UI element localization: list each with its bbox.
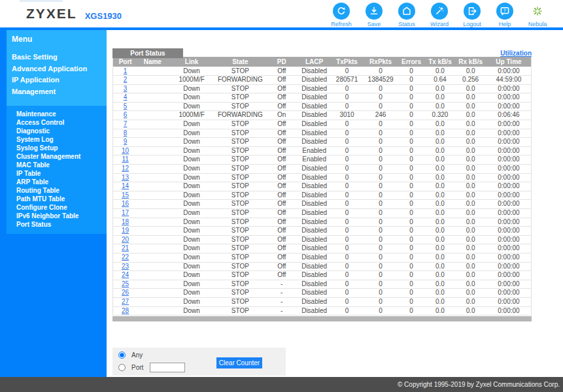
port-link[interactable]: 27 <box>122 298 129 305</box>
any-radio-label: Any <box>131 351 147 359</box>
port-link[interactable]: 7 <box>124 120 128 127</box>
save-icon <box>366 3 383 20</box>
tab-port-status[interactable]: Port Status <box>112 48 183 58</box>
footer: © Copyright 1995-2019 by Zyxel Communica… <box>0 377 563 392</box>
sidebar-item-basic-setting[interactable]: Basic Setting <box>12 52 107 63</box>
sidebar-subitem-syslog-setup[interactable]: Syslog Setup <box>16 144 107 152</box>
port-link[interactable]: 2 <box>124 76 128 83</box>
sidebar-subitem-access-control[interactable]: Access Control <box>16 118 107 127</box>
port-link[interactable]: 3 <box>124 85 128 92</box>
table-row: 22DownSTOPOffDisabled0000.00.00:00:00 <box>113 253 532 262</box>
table-row: 12DownSTOPOffDisabled0000.00.00:00:00 <box>113 165 532 174</box>
port-link[interactable]: 15 <box>122 191 129 199</box>
port-link[interactable]: 26 <box>122 289 129 296</box>
table-row: 11DownSTOPOffEnabled0000.00.00:00:00 <box>113 155 532 165</box>
sidebar-subitem-system-log[interactable]: System Log <box>16 135 107 144</box>
sidebar-subitem-ip-table[interactable]: IP Table <box>16 169 107 178</box>
column-header-pd: PD <box>265 57 299 67</box>
column-header-txpkts: TxPkts <box>330 57 364 67</box>
table-row: 10DownSTOPOffEnabled0000.00.00:00:00 <box>113 146 532 155</box>
table-scrollbar[interactable] <box>112 316 532 321</box>
port-radio-row: Port <box>118 363 185 372</box>
column-header-link: Link <box>167 57 216 67</box>
port-link[interactable]: 10 <box>122 147 129 154</box>
table-row: 13DownSTOPOffDisabled0000.00.00:00:00 <box>113 173 532 182</box>
table-row: 9DownSTOPOffDisabled0000.00.00:00:00 <box>113 138 532 147</box>
port-link[interactable]: 12 <box>122 165 129 172</box>
sidebar-subitem-configure-clone[interactable]: Configure Clone <box>16 203 107 212</box>
port-input[interactable] <box>150 363 185 372</box>
column-header-rxpkts: RxPkts <box>364 57 397 67</box>
logout-button[interactable]: Logout <box>456 1 488 27</box>
nebula-button[interactable]: Nebula <box>521 1 554 27</box>
port-link[interactable]: 19 <box>122 227 129 234</box>
sidebar: Menu Basic SettingAdvanced ApplicationIP… <box>0 30 107 377</box>
sidebar-subitem-cluster-management[interactable]: Cluster Management <box>16 152 107 161</box>
port-link[interactable]: 21 <box>122 244 129 252</box>
port-radio-label: Port <box>131 364 147 371</box>
port-link[interactable]: 23 <box>122 263 129 270</box>
table-row: 21DownSTOPOffDisabled0000.00.00:00:00 <box>113 244 532 253</box>
port-link[interactable]: 18 <box>122 218 129 225</box>
port-link[interactable]: 6 <box>124 111 128 118</box>
column-header-name: Name <box>137 57 167 67</box>
port-link[interactable]: 17 <box>122 209 129 216</box>
sidebar-subitem-ipv6-neighbor-table[interactable]: IPv6 Neighbor Table <box>16 212 107 220</box>
port-link[interactable]: 20 <box>122 236 129 243</box>
any-radio[interactable] <box>118 351 126 359</box>
port-link[interactable]: 4 <box>124 93 128 101</box>
sidebar-item-ip-application[interactable]: IP Application <box>12 74 107 86</box>
port-link[interactable]: 25 <box>122 280 129 287</box>
port-radio[interactable] <box>118 364 126 371</box>
port-link[interactable]: 24 <box>122 271 129 278</box>
port-link[interactable]: 28 <box>122 307 129 314</box>
main-content: Port Status Utilization PortNameLinkStat… <box>107 30 563 377</box>
nebula-icon <box>529 3 546 20</box>
wizard-button[interactable]: Wizard <box>423 1 456 27</box>
table-row: 20DownSTOPOffDisabled0000.00.00:00:00 <box>113 235 532 244</box>
help-icon: ? <box>496 3 513 20</box>
table-row: 16DownSTOPOffDisabled0000.00.00:00:00 <box>113 200 532 209</box>
port-link[interactable]: 11 <box>122 155 128 163</box>
table-header-row: PortNameLinkStatePDLACPTxPktsRxPktsError… <box>113 57 532 67</box>
sidebar-subitem-maintenance[interactable]: Maintenance <box>16 110 107 118</box>
column-header-up-time: Up Time <box>486 57 532 67</box>
column-header-errors: Errors <box>398 57 426 67</box>
utilization-link[interactable]: Utilization <box>500 50 532 57</box>
model-name: XGS1930 <box>85 11 122 21</box>
sidebar-subitem-path-mtu-table[interactable]: Path MTU Table <box>16 195 107 203</box>
clear-counter-button[interactable]: Clear Counter <box>216 357 262 368</box>
sidebar-subitem-arp-table[interactable]: ARP Table <box>16 178 107 186</box>
sidebar-item-advanced-application[interactable]: Advanced Application <box>12 63 107 75</box>
port-link[interactable]: 13 <box>122 174 129 181</box>
table-row: 4DownSTOPOffDisabled0000.00.00:00:00 <box>113 93 532 103</box>
port-link[interactable]: 14 <box>122 182 129 189</box>
port-link[interactable]: 16 <box>122 200 129 207</box>
zyxel-logo: ZYXEL <box>26 6 77 22</box>
port-link[interactable]: 1 <box>124 67 128 74</box>
port-link[interactable]: 5 <box>124 103 128 110</box>
table-row: 21000M/FFORWARDINGOffDisabled28057113845… <box>113 76 532 85</box>
table-row: 1DownSTOPOffDisabled0000.00.00:00:00 <box>113 67 532 76</box>
port-link[interactable]: 22 <box>122 253 129 261</box>
port-link[interactable]: 8 <box>124 129 128 137</box>
save-button[interactable]: Save <box>358 1 390 27</box>
sidebar-item-management[interactable]: Management <box>12 86 107 98</box>
table-row: 15DownSTOPOffDisabled0000.00.00:00:00 <box>113 191 532 200</box>
port-status-table: PortNameLinkStatePDLACPTxPktsRxPktsError… <box>112 57 532 316</box>
help-button[interactable]: ? Help <box>488 1 521 27</box>
table-row: 25DownSTOP-Disabled0000.00.00:00:00 <box>113 280 532 289</box>
port-link[interactable]: 9 <box>124 138 128 145</box>
table-row: 24DownSTOPOffDisabled0000.00.00:00:00 <box>113 271 532 280</box>
table-row: 5DownSTOPOffDisabled0000.00.00:00:00 <box>113 102 532 111</box>
column-header-lacp: LACP <box>299 57 330 67</box>
refresh-icon <box>333 3 350 20</box>
sidebar-subitem-port-status[interactable]: Port Status <box>16 220 107 229</box>
sidebar-subitem-diagnostic[interactable]: Diagnostic <box>16 127 107 135</box>
refresh-button[interactable]: Refresh <box>325 1 358 27</box>
sidebar-subitem-mac-table[interactable]: MAC Table <box>16 161 107 169</box>
sidebar-subitem-routing-table[interactable]: Routing Table <box>16 186 107 195</box>
table-row: 61000M/FFORWARDINGOnDisabled301024600.32… <box>113 111 532 120</box>
table-row: 8DownSTOPOffDisabled0000.00.00:00:00 <box>113 129 532 138</box>
status-button[interactable]: Status <box>390 1 423 27</box>
